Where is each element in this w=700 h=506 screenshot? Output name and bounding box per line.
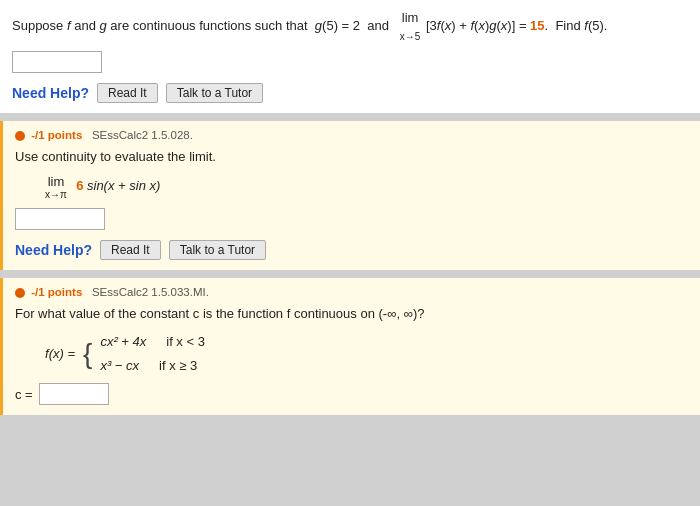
problem2-instruction: Use continuity to evaluate the limit.	[15, 147, 688, 168]
piecewise-row-2: x³ − cx if x ≥ 3	[100, 354, 205, 377]
answer-input-2[interactable]	[15, 208, 105, 230]
piece2-cond: if x ≥ 3	[159, 354, 197, 377]
section-top: Suppose f and g are continuous functions…	[0, 0, 700, 113]
orange-dot-3	[15, 288, 25, 298]
problem3-instruction: For what value of the constant c is the …	[15, 304, 688, 325]
page-wrapper: Suppose f and g are continuous functions…	[0, 0, 700, 415]
piece1-cond: if x < 3	[166, 330, 205, 353]
problem2-math: lim x→π 6 sin(x + sin x)	[45, 174, 688, 200]
lim-sub-top: x→5	[400, 29, 421, 45]
need-help-row-top: Need Help? Read It Talk to a Tutor	[12, 83, 688, 103]
points-label-3: -/1 points	[31, 286, 82, 298]
need-help-label-2: Need Help?	[15, 242, 92, 258]
source-label-2: SEssCalc2 1.5.028.	[92, 129, 193, 141]
section-problem3: -/1 points SEssCalc2 1.5.033.MI. For wha…	[0, 278, 700, 416]
read-it-btn-top[interactable]: Read It	[97, 83, 158, 103]
section-problem2: -/1 points SEssCalc2 1.5.028. Use contin…	[0, 121, 700, 270]
piecewise-row-1: cx² + 4x if x < 3	[100, 330, 205, 353]
need-help-row-2: Need Help? Read It Talk to a Tutor	[15, 240, 688, 260]
answer-input-3[interactable]	[39, 383, 109, 405]
coeff-2: 6	[76, 178, 83, 193]
c-eq-row: c =	[15, 383, 688, 405]
piecewise-conditions: cx² + 4x if x < 3 x³ − cx if x ≥ 3	[100, 330, 205, 377]
talk-tutor-btn-2[interactable]: Talk to a Tutor	[169, 240, 266, 260]
lim-word-2: lim	[48, 174, 65, 189]
talk-tutor-btn-top[interactable]: Talk to a Tutor	[166, 83, 263, 103]
orange-dot-2	[15, 131, 25, 141]
brace-left: {	[83, 340, 92, 368]
problem2-header: -/1 points SEssCalc2 1.5.028.	[15, 129, 688, 141]
answer-box-top	[12, 51, 688, 73]
answer-box-2	[15, 208, 688, 230]
need-help-label-top: Need Help?	[12, 85, 89, 101]
c-label: c =	[15, 387, 33, 402]
answer-input-top[interactable]	[12, 51, 102, 73]
read-it-btn-2[interactable]: Read It	[100, 240, 161, 260]
points-label-2: -/1 points	[31, 129, 82, 141]
problem3-header: -/1 points SEssCalc2 1.5.033.MI.	[15, 286, 688, 298]
piecewise-section: f(x) = { cx² + 4x if x < 3 x³ − cx if x …	[45, 330, 688, 377]
piece1-expr: cx² + 4x	[100, 330, 146, 353]
piecewise-func-label: f(x) =	[45, 346, 75, 361]
source-label-3: SEssCalc2 1.5.033.MI.	[92, 286, 209, 298]
problem-top-text: Suppose f and g are continuous functions…	[12, 8, 688, 45]
piece2-expr: x³ − cx	[100, 354, 139, 377]
lim-sub-2: x→π	[45, 189, 67, 200]
expr-2: sin(x + sin x)	[87, 178, 160, 193]
